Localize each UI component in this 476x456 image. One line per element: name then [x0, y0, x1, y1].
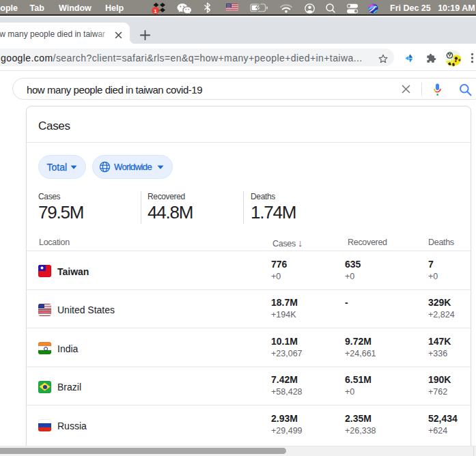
svg-text:1: 1 — [154, 8, 157, 14]
